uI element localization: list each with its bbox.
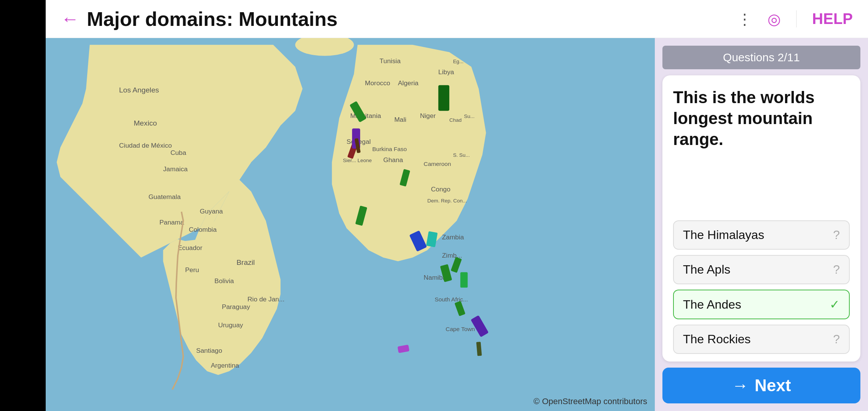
svg-text:Dem. Rep. Con...: Dem. Rep. Con...: [427, 198, 467, 204]
answer-alps[interactable]: The Apls ?: [673, 255, 850, 284]
svg-text:Tunisia: Tunisia: [380, 57, 401, 65]
svg-text:Morocco: Morocco: [365, 79, 390, 87]
answer-himalayas-label: The Himalayas: [683, 228, 764, 242]
header: ← Major domains: Mountains ⋮ ◎ HELP: [46, 0, 868, 38]
svg-text:Chad: Chad: [449, 117, 461, 123]
svg-text:Su...: Su...: [464, 113, 475, 119]
answer-alps-icon: ?: [833, 263, 840, 277]
svg-text:South Afric...: South Afric...: [435, 296, 468, 303]
map-attribution: © OpenStreetMap contributors: [533, 397, 647, 406]
svg-text:Santiago: Santiago: [196, 347, 222, 354]
svg-text:Mexico: Mexico: [134, 119, 157, 127]
questions-counter: Questions 2/11: [662, 46, 860, 69]
svg-text:Eg...: Eg...: [453, 59, 464, 64]
next-arrow-icon: →: [732, 376, 748, 395]
svg-text:Guyana: Guyana: [200, 207, 223, 215]
answers-container: The Himalayas ? The Apls ? The Andes ✓ T…: [673, 220, 850, 354]
svg-rect-54: [460, 272, 468, 287]
header-icons: ⋮ ◎ HELP: [737, 10, 853, 28]
svg-text:Ecuador: Ecuador: [178, 244, 203, 252]
svg-text:Uruguay: Uruguay: [218, 321, 243, 329]
svg-text:Zambia: Zambia: [442, 233, 464, 241]
svg-text:Burkina Faso: Burkina Faso: [372, 146, 407, 152]
svg-text:Brazil: Brazil: [236, 258, 255, 266]
svg-text:Colombia: Colombia: [189, 226, 217, 233]
svg-text:Sier... Leone: Sier... Leone: [343, 158, 372, 163]
svg-text:Algeria: Algeria: [398, 79, 418, 87]
svg-text:Panama: Panama: [160, 218, 184, 226]
right-panel: Questions 2/11 This is the worlds longes…: [655, 38, 868, 411]
svg-text:Guatemala: Guatemala: [148, 193, 181, 201]
svg-text:Paraguay: Paraguay: [222, 303, 251, 311]
svg-text:Niger: Niger: [420, 112, 436, 119]
svg-text:Los Angeles: Los Angeles: [119, 86, 159, 94]
svg-text:Libya: Libya: [438, 68, 454, 76]
svg-text:Congo: Congo: [431, 185, 450, 193]
answer-alps-label: The Apls: [683, 263, 731, 277]
map-area: Los Angeles Mexico Ciudad de México Cuba…: [46, 38, 655, 411]
main-content: ← Major domains: Mountains ⋮ ◎ HELP: [46, 0, 868, 411]
answer-andes-icon: ✓: [830, 297, 840, 312]
svg-text:Ciudad de México: Ciudad de México: [119, 142, 172, 149]
svg-text:Jamaica: Jamaica: [163, 165, 188, 173]
next-button-label: Next: [755, 376, 791, 395]
svg-text:Cuba: Cuba: [171, 149, 187, 156]
body-area: Los Angeles Mexico Ciudad de México Cuba…: [46, 38, 868, 411]
svg-text:Rio de Jan...: Rio de Jan...: [247, 295, 284, 303]
svg-text:Peru: Peru: [185, 266, 199, 274]
back-button[interactable]: ←: [61, 10, 79, 28]
answer-andes[interactable]: The Andes ✓: [673, 290, 850, 319]
svg-text:Argentina: Argentina: [211, 362, 239, 369]
svg-text:Mali: Mali: [394, 116, 407, 123]
left-black-bar: [0, 0, 46, 411]
svg-text:Ghana: Ghana: [383, 156, 403, 164]
svg-rect-47: [438, 85, 449, 111]
answer-himalayas-icon: ?: [833, 228, 840, 242]
answer-rockies-icon: ?: [833, 332, 840, 346]
svg-text:Cape Town: Cape Town: [446, 326, 475, 332]
answer-rockies-label: The Rockies: [683, 332, 751, 346]
answer-rockies[interactable]: The Rockies ?: [673, 325, 850, 354]
svg-text:Cameroon: Cameroon: [424, 161, 451, 167]
more-options-icon[interactable]: ⋮: [737, 10, 752, 28]
page-title: Major domains: Mountains: [87, 8, 729, 30]
svg-text:Bolivia: Bolivia: [214, 277, 234, 285]
location-icon[interactable]: ◎: [767, 10, 781, 28]
help-button[interactable]: HELP: [796, 10, 853, 27]
next-button[interactable]: → Next: [662, 368, 860, 403]
question-card: This is the worlds longest mountain rang…: [662, 75, 860, 362]
answer-himalayas[interactable]: The Himalayas ?: [673, 220, 850, 250]
question-text: This is the worlds longest mountain rang…: [673, 87, 850, 150]
svg-text:S. Su...: S. Su...: [453, 152, 470, 158]
svg-text:Zimb...: Zimb...: [442, 252, 462, 259]
answer-andes-label: The Andes: [683, 298, 741, 312]
